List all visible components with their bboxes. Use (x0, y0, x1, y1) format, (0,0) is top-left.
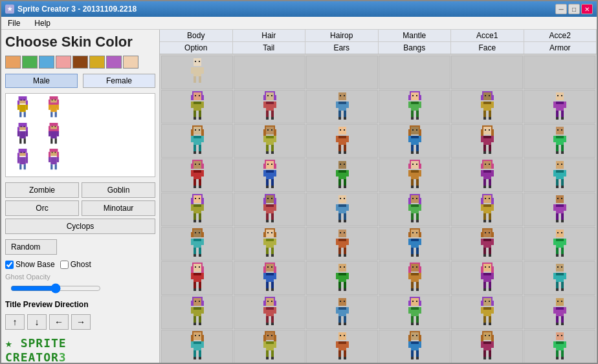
swatch-1[interactable] (22, 56, 38, 69)
sprite-cell[interactable] (379, 158, 450, 192)
sprite-cell[interactable] (161, 227, 233, 261)
grid-sprite (329, 331, 355, 362)
header-col-3[interactable]: MantleBangs (379, 30, 452, 54)
sprite-cell[interactable] (161, 158, 233, 192)
svg-rect-6 (19, 105, 26, 112)
minimize-button[interactable]: ─ (555, 4, 567, 14)
sprite-cell[interactable] (161, 90, 233, 123)
sprite-cell[interactable] (379, 90, 450, 123)
svg-rect-657 (338, 350, 341, 357)
sprite-cell[interactable] (524, 295, 595, 329)
dir-down-button[interactable]: ↓ (27, 314, 47, 330)
sprite-cell[interactable] (161, 193, 233, 226)
sprite-cell[interactable] (451, 56, 523, 89)
sprite-cell[interactable] (451, 124, 523, 158)
svg-rect-128 (416, 117, 419, 120)
ghost-checkbox[interactable] (60, 261, 69, 269)
swatch-6[interactable] (106, 56, 122, 69)
right-panel: BodyOptionHairTailHairopEarsMantleBangsA… (160, 30, 597, 363)
swatch-4[interactable] (72, 56, 88, 69)
sprite-cell[interactable] (161, 261, 233, 295)
header-col-1[interactable]: HairTail (233, 30, 306, 54)
maximize-button[interactable]: □ (568, 4, 580, 14)
sprite-cell[interactable] (161, 330, 233, 363)
sprite-cell[interactable] (306, 330, 378, 363)
race-goblin-button[interactable]: Goblin (82, 182, 155, 198)
sprite-cell[interactable] (379, 330, 450, 363)
sprite-cell[interactable] (234, 158, 305, 192)
gender-male-button[interactable]: Male (5, 74, 78, 88)
sprite-cell[interactable] (234, 56, 305, 89)
swatch-3[interactable] (56, 56, 71, 69)
sprite-cell[interactable] (234, 227, 305, 261)
sprite-cell[interactable] (524, 330, 595, 363)
ghost-opacity-slider[interactable] (10, 283, 101, 294)
sprite-cell[interactable] (379, 295, 450, 329)
swatch-0[interactable] (5, 56, 21, 69)
sprite-cell[interactable] (379, 193, 450, 226)
sprite-cell[interactable] (234, 90, 305, 123)
sprite-cell[interactable] (161, 56, 233, 89)
race-orc-button[interactable]: Orc (5, 200, 79, 216)
sprite-cell[interactable] (306, 193, 378, 226)
race-zombie-button[interactable]: Zombie (5, 182, 79, 198)
sprite-cell[interactable] (161, 124, 233, 158)
sprite-cell[interactable] (306, 124, 378, 158)
sprite-cell[interactable] (379, 124, 450, 158)
sprite-cell[interactable] (234, 124, 305, 158)
sprite-cell[interactable] (234, 295, 305, 329)
header-col-5[interactable]: Acce2Armor (524, 30, 597, 54)
sprite-cell[interactable] (234, 330, 305, 363)
svg-rect-443 (491, 232, 494, 237)
sprite-cell[interactable] (524, 227, 595, 261)
dir-up-button[interactable]: ↑ (5, 314, 25, 330)
race-minotaur-button[interactable]: Minotaur (82, 200, 155, 216)
sprite-cell[interactable] (524, 261, 595, 295)
dir-right-button[interactable]: → (71, 314, 91, 330)
sprite-cell[interactable] (161, 295, 233, 329)
show-base-label[interactable]: Show Base (5, 260, 55, 269)
close-button[interactable]: ✕ (581, 4, 593, 14)
sprite-cell[interactable] (451, 90, 523, 123)
sprite-cell[interactable] (524, 90, 595, 123)
swatch-2[interactable] (39, 56, 54, 69)
menu-help[interactable]: Help (30, 18, 54, 28)
sprite-cell[interactable] (451, 158, 523, 192)
menu-file[interactable]: File (4, 18, 24, 28)
sprite-cell[interactable] (306, 90, 378, 123)
sprite-cell[interactable] (451, 227, 523, 261)
sprite-cell[interactable] (306, 227, 378, 261)
sprite-cell[interactable] (451, 193, 523, 226)
svg-rect-286 (481, 164, 483, 169)
sprite-cell[interactable] (524, 193, 595, 226)
sprite-cell[interactable] (451, 261, 523, 295)
show-base-checkbox[interactable] (5, 261, 14, 269)
sprite-cell[interactable] (524, 56, 595, 89)
header-col-4[interactable]: Acce1Face (451, 30, 524, 54)
sprite-cell[interactable] (234, 261, 305, 295)
swatch-5[interactable] (89, 56, 105, 69)
sprite-cell[interactable] (234, 193, 305, 226)
sprite-cell[interactable] (306, 56, 378, 89)
sprite-cell[interactable] (524, 158, 595, 192)
svg-rect-211 (485, 129, 486, 131)
sprite-cell[interactable] (379, 56, 450, 89)
header-col-0[interactable]: BodyOption (160, 30, 233, 54)
sprite-cell[interactable] (306, 261, 378, 295)
random-button[interactable]: Random (5, 239, 57, 255)
ghost-label[interactable]: Ghost (60, 260, 91, 269)
gender-female-button[interactable]: Female (83, 74, 155, 88)
sprite-cell[interactable] (379, 227, 450, 261)
header-col-2[interactable]: HairopEars (305, 30, 379, 54)
dir-left-button[interactable]: ← (49, 314, 69, 330)
sprite-cell[interactable] (451, 330, 523, 363)
svg-rect-140 (489, 111, 491, 117)
sprite-cell[interactable] (306, 295, 378, 329)
svg-rect-513 (408, 273, 411, 279)
race-cyclops-button[interactable]: Cyclops (5, 219, 155, 234)
swatch-7[interactable] (123, 56, 138, 69)
sprite-cell[interactable] (379, 261, 450, 295)
sprite-cell[interactable] (306, 158, 378, 192)
sprite-cell[interactable] (524, 124, 595, 158)
sprite-cell[interactable] (451, 295, 523, 329)
